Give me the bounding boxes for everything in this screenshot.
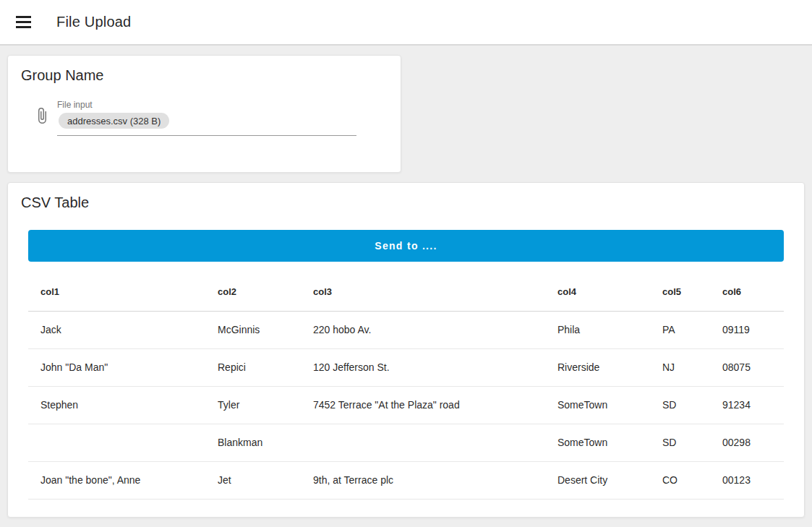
table-cell: PA: [650, 311, 710, 348]
table-cell: SD: [650, 386, 710, 424]
table-cell: 09119: [710, 311, 784, 348]
page-title: File Upload: [56, 14, 131, 30]
table-row: Blankman SomeTown SD 00298: [28, 424, 784, 461]
column-header: col6: [710, 273, 784, 311]
column-header: col3: [301, 273, 545, 311]
csv-card-title: CSV Table: [21, 194, 791, 211]
column-header: col1: [28, 273, 205, 311]
table-cell: McGinnis: [205, 311, 301, 348]
table-cell: 120 Jefferson St.: [301, 348, 545, 386]
table-row: Jack McGinnis 220 hobo Av. Phila PA 0911…: [28, 311, 784, 348]
file-input-label: File input: [57, 100, 356, 110]
file-input[interactable]: File input addresses.csv (328 B): [33, 100, 388, 136]
table-cell: Repici: [205, 348, 301, 386]
table-cell: [28, 424, 205, 461]
csv-table-card: CSV Table Send to .... col1 col2 col3 co…: [7, 182, 805, 518]
table-cell: 08075: [710, 348, 784, 386]
table-cell: SD: [650, 424, 710, 461]
table-cell: [301, 424, 545, 461]
table-cell: Desert City: [545, 461, 650, 499]
table-cell: SomeTown: [545, 386, 650, 424]
menu-icon: [16, 16, 31, 18]
table-cell: NJ: [650, 348, 710, 386]
menu-button[interactable]: [12, 8, 40, 37]
table-cell: John "Da Man": [28, 348, 205, 386]
table-cell: Joan "the bone", Anne: [28, 461, 205, 499]
column-header: col2: [205, 273, 301, 311]
table-cell: SomeTown: [545, 424, 650, 461]
send-to-button[interactable]: Send to ....: [28, 230, 784, 262]
table-cell: Jack: [28, 311, 205, 348]
app-bar: File Upload: [0, 0, 812, 46]
column-header: col4: [545, 273, 650, 311]
paperclip-icon[interactable]: [33, 107, 51, 124]
table-cell: Riverside: [545, 348, 650, 386]
table-cell: 91234: [710, 386, 784, 424]
group-name-card: Group Name File input addresses.csv (328…: [7, 55, 401, 173]
file-chip: addresses.csv (328 B): [59, 113, 169, 129]
table-cell: 220 hobo Av.: [301, 311, 545, 348]
file-input-field[interactable]: File input addresses.csv (328 B): [57, 100, 356, 136]
table-cell: Stephen: [28, 386, 205, 424]
table-cell: Phila: [545, 311, 650, 348]
table-cell: Blankman: [205, 424, 301, 461]
table-row: John "Da Man" Repici 120 Jefferson St. R…: [28, 348, 784, 386]
field-underline: [57, 135, 356, 136]
table-header-row: col1 col2 col3 col4 col5 col6: [28, 273, 784, 311]
group-card-title: Group Name: [21, 67, 388, 84]
table-cell: 9th, at Terrace plc: [301, 461, 545, 499]
table-cell: Jet: [205, 461, 301, 499]
table-cell: 00123: [710, 461, 784, 499]
table-cell: 7452 Terrace "At the Plaza" road: [301, 386, 545, 424]
table-row: Stephen Tyler 7452 Terrace "At the Plaza…: [28, 386, 784, 424]
column-header: col5: [650, 273, 710, 311]
csv-table: col1 col2 col3 col4 col5 col6 Jack McGin…: [28, 273, 784, 500]
table-row: Joan "the bone", Anne Jet 9th, at Terrac…: [28, 461, 784, 499]
table-cell: CO: [650, 461, 710, 499]
table-cell: Tyler: [205, 386, 301, 424]
table-cell: 00298: [710, 424, 784, 461]
